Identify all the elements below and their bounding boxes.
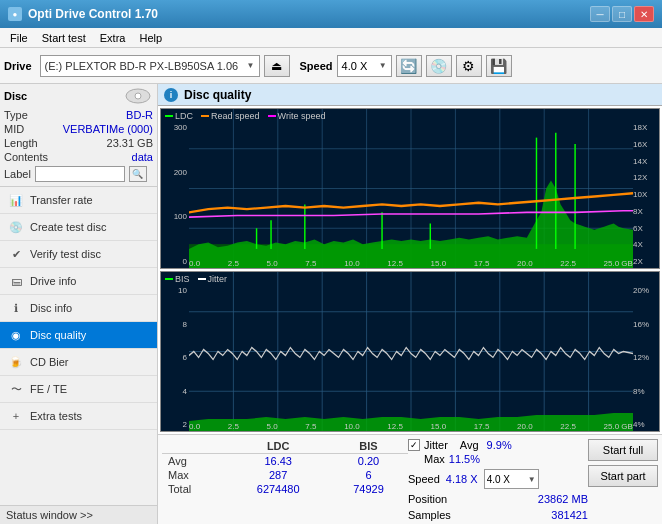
speed-value: 4.0 X bbox=[342, 60, 368, 72]
sidebar-item-fe-te[interactable]: 〜 FE / TE bbox=[0, 376, 157, 403]
stats-max-bis: 6 bbox=[329, 468, 408, 482]
sidebar-item-create-test-disc[interactable]: 💿 Create test disc bbox=[0, 214, 157, 241]
disc-info-icon: ℹ bbox=[8, 300, 24, 316]
menu-start-test[interactable]: Start test bbox=[36, 31, 92, 45]
sidebar-item-drive-info-label: Drive info bbox=[30, 275, 76, 287]
disc-type-label: Type bbox=[4, 109, 28, 121]
title-bar: ● Opti Drive Control 1.70 ─ □ ✕ bbox=[0, 0, 662, 28]
options-button[interactable]: ⚙ bbox=[456, 55, 482, 77]
create-test-disc-icon: 💿 bbox=[8, 219, 24, 235]
write-speed-legend-color bbox=[268, 115, 276, 117]
drive-label: Drive bbox=[4, 60, 32, 72]
disc-section: Disc Type BD-R MID VERBATIMe (000) Lengt… bbox=[0, 84, 157, 187]
top-chart-svg bbox=[189, 109, 633, 268]
stats-col-ldc: LDC bbox=[227, 439, 329, 454]
stats-max-label: Max bbox=[162, 468, 227, 482]
speed-stat-select[interactable]: 4.0 X ▼ bbox=[484, 469, 539, 489]
chart-area: 300 200 100 0 18X 16X 14X 12X 10X 8X 6X … bbox=[158, 106, 662, 434]
disc-length-value: 23.31 GB bbox=[107, 137, 153, 149]
start-part-button[interactable]: Start part bbox=[588, 465, 658, 487]
samples-row: Samples 381421 bbox=[408, 509, 588, 521]
menu-file[interactable]: File bbox=[4, 31, 34, 45]
start-full-button[interactable]: Start full bbox=[588, 439, 658, 461]
disc-mid-label: MID bbox=[4, 123, 24, 135]
sidebar-item-verify-test-disc[interactable]: ✔ Verify test disc bbox=[0, 241, 157, 268]
read-speed-legend-label: Read speed bbox=[211, 111, 260, 121]
disc-quality-header-icon: i bbox=[164, 88, 178, 102]
disc-mid-value: VERBATIMe (000) bbox=[63, 123, 153, 135]
disc-contents-label: Contents bbox=[4, 151, 48, 163]
sidebar-item-verify-test-disc-label: Verify test disc bbox=[30, 248, 101, 260]
menu-bar: File Start test Extra Help bbox=[0, 28, 662, 48]
drive-select[interactable]: (E:) PLEXTOR BD-R PX-LB950SA 1.06 ▼ bbox=[40, 55, 260, 77]
ldc-legend-color bbox=[165, 115, 173, 117]
disc-label-label: Label bbox=[4, 168, 31, 180]
sidebar-item-cd-bier[interactable]: 🍺 CD Bier bbox=[0, 349, 157, 376]
drive-dropdown-arrow: ▼ bbox=[247, 61, 255, 70]
svg-point-1 bbox=[135, 93, 141, 99]
sidebar-item-transfer-rate[interactable]: 📊 Transfer rate bbox=[0, 187, 157, 214]
position-value: 23862 MB bbox=[538, 493, 588, 505]
status-window-link[interactable]: Status window >> bbox=[0, 505, 157, 524]
burn-button[interactable]: 💿 bbox=[426, 55, 452, 77]
stats-table: LDC BIS Avg 16.43 0.20 Max 287 bbox=[162, 439, 408, 496]
sidebar-item-transfer-rate-label: Transfer rate bbox=[30, 194, 93, 206]
menu-extra[interactable]: Extra bbox=[94, 31, 132, 45]
jitter-max-label: Max bbox=[424, 453, 445, 465]
eject-button[interactable]: ⏏ bbox=[264, 55, 290, 77]
disc-icon bbox=[123, 88, 153, 104]
disc-label-input[interactable] bbox=[35, 166, 125, 182]
jitter-legend-label: Jitter bbox=[208, 274, 228, 284]
drive-value: (E:) PLEXTOR BD-R PX-LB950SA 1.06 bbox=[45, 60, 239, 72]
samples-label: Samples bbox=[408, 509, 451, 521]
disc-length-row: Length 23.31 GB bbox=[4, 136, 153, 150]
speed-stat-arrow: ▼ bbox=[528, 475, 536, 484]
write-speed-legend-label: Write speed bbox=[278, 111, 326, 121]
top-chart: 300 200 100 0 18X 16X 14X 12X 10X 8X 6X … bbox=[160, 108, 660, 269]
maximize-button[interactable]: □ bbox=[612, 6, 632, 22]
jitter-avg-value: 9.9% bbox=[487, 439, 512, 451]
app-icon: ● bbox=[8, 7, 22, 21]
app-title: Opti Drive Control 1.70 bbox=[28, 7, 158, 21]
stats-table-wrap: LDC BIS Avg 16.43 0.20 Max 287 bbox=[162, 439, 408, 520]
refresh-button[interactable]: 🔄 bbox=[396, 55, 422, 77]
position-row: Position 23862 MB bbox=[408, 493, 588, 505]
disc-label-btn[interactable]: 🔍 bbox=[129, 166, 147, 182]
speed-info-row: Speed 4.18 X 4.0 X ▼ bbox=[408, 469, 588, 489]
close-button[interactable]: ✕ bbox=[634, 6, 654, 22]
sidebar-item-extra-tests[interactable]: + Extra tests bbox=[0, 403, 157, 430]
speed-select[interactable]: 4.0 X ▼ bbox=[337, 55, 392, 77]
menu-help[interactable]: Help bbox=[133, 31, 168, 45]
sidebar-item-create-test-disc-label: Create test disc bbox=[30, 221, 106, 233]
stats-col-empty bbox=[162, 439, 227, 454]
position-label: Position bbox=[408, 493, 447, 505]
stats-row-avg: Avg 16.43 0.20 bbox=[162, 454, 408, 469]
disc-quality-header: i Disc quality bbox=[158, 84, 662, 106]
speed-info-label: Speed bbox=[408, 473, 440, 485]
disc-contents-value: data bbox=[132, 151, 153, 163]
sidebar-item-disc-info[interactable]: ℹ Disc info bbox=[0, 295, 157, 322]
jitter-avg-label: Avg bbox=[460, 439, 479, 451]
verify-test-disc-icon: ✔ bbox=[8, 246, 24, 262]
minimize-button[interactable]: ─ bbox=[590, 6, 610, 22]
stats-total-bis: 74929 bbox=[329, 482, 408, 496]
toolbar: Drive (E:) PLEXTOR BD-R PX-LB950SA 1.06 … bbox=[0, 48, 662, 84]
drive-info-icon: 🖴 bbox=[8, 273, 24, 289]
disc-type-row: Type BD-R bbox=[4, 108, 153, 122]
sidebar-item-drive-info[interactable]: 🖴 Drive info bbox=[0, 268, 157, 295]
stats-right: ✓ Jitter Avg 9.9% Max 11.5% Speed 4.18 X bbox=[408, 439, 588, 520]
stats-total-ldc: 6274480 bbox=[227, 482, 329, 496]
top-chart-legend: LDC Read speed Write speed bbox=[165, 111, 325, 121]
stats-total-label: Total bbox=[162, 482, 227, 496]
nav-section: 📊 Transfer rate 💿 Create test disc ✔ Ver… bbox=[0, 187, 157, 505]
stats-area: LDC BIS Avg 16.43 0.20 Max 287 bbox=[158, 434, 662, 524]
jitter-checkbox[interactable]: ✓ bbox=[408, 439, 420, 451]
bottom-chart-legend: BIS Jitter bbox=[165, 274, 227, 284]
bottom-chart: 10 8 6 4 2 20% 16% 12% 8% 4% bbox=[160, 271, 660, 432]
sidebar-item-disc-quality[interactable]: ◉ Disc quality bbox=[0, 322, 157, 349]
sidebar-item-cd-bier-label: CD Bier bbox=[30, 356, 69, 368]
sidebar-item-fe-te-label: FE / TE bbox=[30, 383, 67, 395]
save-button[interactable]: 💾 bbox=[486, 55, 512, 77]
disc-quality-icon: ◉ bbox=[8, 327, 24, 343]
disc-length-label: Length bbox=[4, 137, 38, 149]
